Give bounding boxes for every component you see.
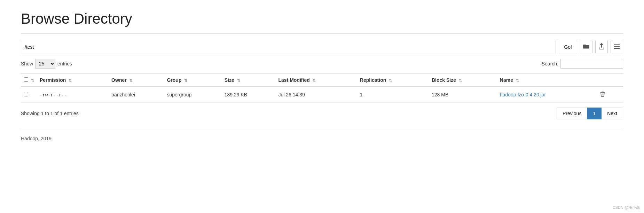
cell-block-size: 128 MB	[429, 87, 497, 103]
search-input[interactable]	[560, 59, 623, 69]
list-icon-button[interactable]	[611, 41, 623, 53]
upload-icon	[599, 43, 604, 51]
cell-owner: panzhenlei	[109, 87, 164, 103]
cell-size: 189.29 KB	[222, 87, 276, 103]
sort-icon-last-modified[interactable]: ⇅	[313, 78, 316, 83]
directory-table: ⇅ Permission ⇅ Owner ⇅ Group ⇅ Size ⇅	[21, 73, 623, 103]
th-owner: Owner ⇅	[109, 74, 164, 87]
cell-replication: 1	[357, 87, 429, 103]
cell-permission: -rw-r--r--	[37, 87, 109, 103]
cell-name: hadoop-lzo-0.4.20.jar	[497, 87, 595, 103]
folder-icon-button[interactable]	[580, 41, 592, 53]
entries-label: entries	[57, 61, 72, 66]
entries-select[interactable]: 10 25 50 100	[35, 59, 55, 69]
svg-rect-0	[614, 44, 620, 45]
size-value: 189.29 KB	[225, 92, 247, 97]
path-bar: Go!	[21, 41, 623, 53]
upload-icon-button[interactable]	[595, 41, 608, 53]
group-value: supergroup	[167, 92, 191, 97]
search-row: Search:	[542, 59, 623, 69]
select-all-col: ⇅	[21, 74, 37, 87]
th-actions	[595, 74, 623, 87]
sort-icon-owner[interactable]: ⇅	[129, 78, 133, 83]
page-title: Browse Directory	[21, 10, 623, 27]
path-input[interactable]	[21, 41, 556, 53]
bottom-divider	[21, 130, 623, 130]
footer-row: Showing 1 to 1 of 1 entries Previous 1 N…	[21, 108, 623, 119]
block-size-value: 128 MB	[432, 92, 448, 97]
sort-icon-replication[interactable]: ⇅	[389, 78, 392, 83]
footer-text: Hadoop, 2019.	[21, 136, 623, 141]
th-size: Size ⇅	[222, 74, 276, 87]
table-row: -rw-r--r-- panzhenlei supergroup 189.29 …	[21, 87, 623, 103]
list-icon	[614, 44, 620, 50]
sort-icon-group[interactable]: ⇅	[184, 78, 187, 83]
previous-button[interactable]: Previous	[557, 108, 587, 119]
permission-value: -rw-r--r--	[40, 92, 67, 97]
th-permission: Permission ⇅	[37, 74, 109, 87]
row-checkbox-cell	[21, 87, 37, 103]
th-block-size: Block Size ⇅	[429, 74, 497, 87]
sort-icon-block-size[interactable]: ⇅	[459, 78, 462, 83]
controls-row: Show 10 25 50 100 entries Search:	[21, 59, 623, 69]
sort-icon-permission[interactable]: ⇅	[69, 78, 72, 83]
th-group: Group ⇅	[164, 74, 221, 87]
svg-rect-2	[614, 48, 620, 49]
select-all-checkbox[interactable]	[24, 77, 28, 82]
svg-rect-1	[614, 46, 620, 47]
file-name-link[interactable]: hadoop-lzo-0.4.20.jar	[500, 92, 546, 97]
sort-icon-size[interactable]: ⇅	[237, 78, 240, 83]
table-header-row: ⇅ Permission ⇅ Owner ⇅ Group ⇅ Size ⇅	[21, 74, 623, 87]
cell-delete	[595, 87, 623, 103]
show-entries: Show 10 25 50 100 entries	[21, 59, 72, 69]
th-name: Name ⇅	[497, 74, 595, 87]
folder-icon	[583, 44, 589, 50]
row-checkbox[interactable]	[24, 92, 28, 96]
next-button[interactable]: Next	[601, 108, 623, 119]
showing-text: Showing 1 to 1 of 1 entries	[21, 111, 79, 116]
replication-link[interactable]: 1	[360, 92, 363, 97]
show-label: Show	[21, 61, 33, 66]
title-divider	[21, 33, 623, 34]
delete-button[interactable]	[598, 90, 607, 99]
go-button[interactable]: Go!	[559, 41, 577, 53]
search-label: Search:	[542, 61, 558, 66]
cell-last-modified: Jul 26 14:39	[276, 87, 357, 103]
last-modified-value: Jul 26 14:39	[278, 92, 305, 97]
sort-arrows-col: ⇅	[31, 78, 34, 82]
page-1-button[interactable]: 1	[587, 108, 602, 119]
owner-value: panzhenlei	[111, 92, 135, 97]
cell-group: supergroup	[164, 87, 221, 103]
th-replication: Replication ⇅	[357, 74, 429, 87]
th-last-modified: Last Modified ⇅	[276, 74, 357, 87]
sort-icon-name[interactable]: ⇅	[516, 78, 519, 83]
pagination: Previous 1 Next	[557, 108, 623, 119]
